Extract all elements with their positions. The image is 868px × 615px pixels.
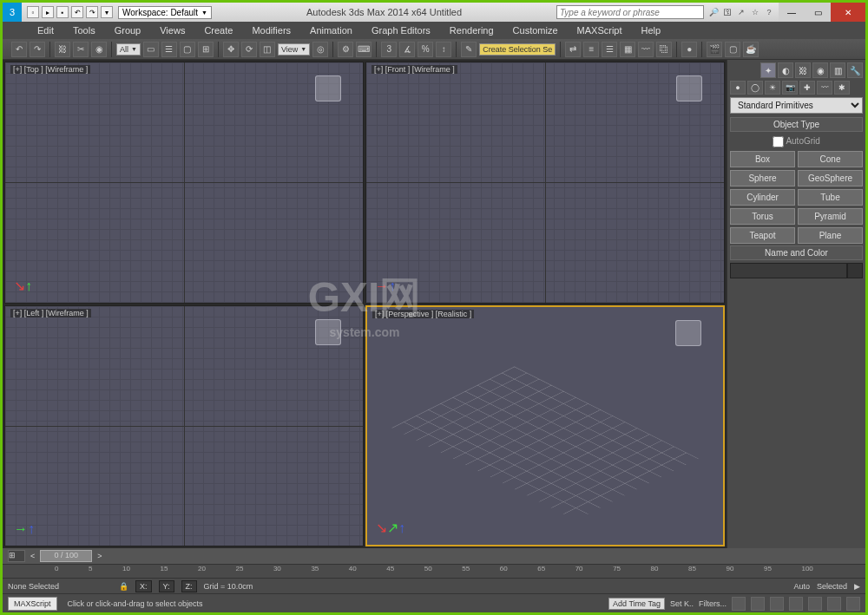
render-icon[interactable]: ☕	[743, 42, 759, 57]
play-icon[interactable]: ▶	[854, 582, 860, 591]
menu-edit[interactable]: Edit	[37, 25, 54, 36]
scale-icon[interactable]: ◫	[260, 42, 275, 57]
select-name-icon[interactable]: ☰	[161, 42, 177, 57]
menu-tools[interactable]: Tools	[73, 25, 95, 36]
viewport-layout-icon[interactable]: ⊞	[8, 550, 25, 562]
nav-orbit-icon[interactable]	[827, 597, 841, 611]
geometry-subtab-icon[interactable]: ●	[730, 81, 746, 95]
viewport-label[interactable]: [+] [Top ] [Wireframe ]	[10, 65, 90, 74]
curve-editor-icon[interactable]: 〰	[638, 42, 654, 57]
rollout-name-color[interactable]: Name and Color	[730, 245, 863, 260]
add-time-tag[interactable]: Add Time Tag	[608, 598, 665, 610]
undo-icon[interactable]: ↶	[71, 6, 83, 18]
create-tab-icon[interactable]: ✦	[760, 62, 776, 78]
menu-maxscript[interactable]: MAXScript	[577, 25, 622, 36]
link-icon[interactable]: ↗	[735, 6, 747, 18]
schematic-icon[interactable]: ⿻	[656, 42, 672, 57]
setkey-button[interactable]: Set K..	[670, 599, 694, 608]
open-icon[interactable]: ▸	[42, 6, 54, 18]
menu-group[interactable]: Group	[115, 25, 141, 36]
viewcube-icon[interactable]	[315, 75, 341, 101]
time-ruler[interactable]: 0510152025303540455055606570758085909510…	[3, 564, 865, 578]
menu-help[interactable]: Help	[641, 25, 661, 36]
autokey-button[interactable]: Auto	[793, 582, 810, 591]
help-icon[interactable]: ?	[763, 6, 775, 18]
modify-tab-icon[interactable]: ◐	[778, 62, 793, 78]
spinner-snap-icon[interactable]: ↕	[436, 42, 451, 57]
viewport-front[interactable]: [+] [Front ] [Wireframe ] →↑	[365, 62, 725, 304]
bind-icon[interactable]: ◉	[91, 42, 107, 57]
autogrid-checkbox[interactable]: AutoGrid	[730, 134, 863, 149]
percent-snap-icon[interactable]: %	[418, 42, 433, 57]
spacewarps-subtab-icon[interactable]: 〰	[817, 81, 832, 95]
viewport-label[interactable]: [+] [Perspective ] [Realistic ]	[372, 310, 474, 318]
menu-rendering[interactable]: Rendering	[450, 25, 494, 36]
nav-prev-icon[interactable]	[732, 597, 746, 611]
viewcube-icon[interactable]	[676, 75, 702, 101]
time-slider-knob[interactable]: 0 / 100	[40, 550, 92, 562]
category-dropdown[interactable]: Standard Primitives	[730, 97, 863, 114]
selected-button[interactable]: Selected	[817, 582, 847, 591]
keyboard-shortcut-icon[interactable]: ⌨	[356, 42, 372, 57]
primitive-cone[interactable]: Cone	[798, 151, 863, 167]
display-tab-icon[interactable]: ▥	[830, 62, 845, 78]
material-editor-icon[interactable]: ●	[681, 42, 697, 57]
rollout-object-type[interactable]: Object Type	[730, 117, 863, 132]
undo-icon[interactable]: ↶	[11, 42, 27, 57]
named-selection-dropdown[interactable]: Create Selection Se	[479, 43, 556, 56]
primitive-teapot[interactable]: Teapot	[730, 227, 795, 244]
window-crossing-icon[interactable]: ⊞	[198, 42, 214, 57]
new-icon[interactable]: ▫	[27, 6, 39, 18]
menu-customize[interactable]: Customize	[513, 25, 558, 36]
redo-icon[interactable]: ↷	[86, 6, 98, 18]
shapes-subtab-icon[interactable]: ◯	[747, 81, 763, 95]
primitive-sphere[interactable]: Sphere	[730, 170, 795, 186]
primitive-torus[interactable]: Torus	[730, 208, 795, 225]
primitive-plane[interactable]: Plane	[798, 227, 863, 244]
star-icon[interactable]: ☆	[749, 6, 761, 18]
viewport-label[interactable]: [+] [Front ] [Wireframe ]	[372, 65, 457, 74]
systems-subtab-icon[interactable]: ✱	[834, 81, 850, 95]
ref-coord-dropdown[interactable]: View	[278, 43, 310, 56]
nav-zoom-icon[interactable]	[808, 597, 822, 611]
primitive-geosphere[interactable]: GeoSphere	[798, 170, 863, 186]
object-color-swatch[interactable]	[847, 263, 863, 278]
primitive-tube[interactable]: Tube	[798, 189, 863, 206]
nav-next-icon[interactable]	[770, 597, 784, 611]
primitive-cylinder[interactable]: Cylinder	[730, 189, 795, 206]
pivot-icon[interactable]: ◎	[312, 42, 328, 57]
object-name-input[interactable]	[730, 263, 847, 278]
graphite-icon[interactable]: ▦	[620, 42, 635, 57]
hierarchy-tab-icon[interactable]: ⛓	[795, 62, 811, 78]
app-logo-icon[interactable]: 3	[3, 3, 22, 22]
primitive-box[interactable]: Box	[730, 151, 795, 167]
cameras-subtab-icon[interactable]: 📷	[782, 81, 798, 95]
render-setup-icon[interactable]: 🎬	[707, 42, 722, 57]
rotate-icon[interactable]: ⟳	[241, 42, 257, 57]
select-region-icon[interactable]: ▢	[180, 42, 195, 57]
helpers-subtab-icon[interactable]: ✚	[799, 81, 815, 95]
coord-x[interactable]: X:	[135, 580, 152, 592]
move-icon[interactable]: ✥	[223, 42, 239, 57]
coord-z[interactable]: Z:	[181, 580, 197, 592]
viewport-perspective[interactable]: [+] [Perspective ] [Realistic ] ↘↗↑	[365, 305, 725, 547]
viewport-label[interactable]: [+] [Left ] [Wireframe ]	[10, 309, 91, 317]
menu-create[interactable]: Create	[204, 25, 233, 36]
mirror-icon[interactable]: ⇄	[565, 42, 581, 57]
save-icon[interactable]: ▪	[56, 6, 69, 18]
minimize-button[interactable]: —	[779, 3, 805, 22]
utilities-tab-icon[interactable]: 🔧	[847, 62, 863, 78]
redo-icon[interactable]: ↷	[30, 42, 45, 57]
snap-toggle-icon[interactable]: 3	[381, 42, 397, 57]
lock-icon[interactable]: 🔒	[119, 582, 128, 591]
layers-icon[interactable]: ☰	[602, 42, 617, 57]
maxscript-listener[interactable]: MAXScript	[8, 597, 57, 611]
nav-max-icon[interactable]	[846, 597, 860, 611]
maximize-button[interactable]: ▭	[805, 3, 831, 22]
close-button[interactable]: ✕	[831, 3, 865, 22]
menu-modifiers[interactable]: Modifiers	[252, 25, 291, 36]
link-icon[interactable]: ⛓	[55, 42, 70, 57]
key-icon[interactable]: ⚿	[721, 6, 733, 18]
unlink-icon[interactable]: ✂	[73, 42, 89, 57]
lights-subtab-icon[interactable]: ☀	[765, 81, 780, 95]
